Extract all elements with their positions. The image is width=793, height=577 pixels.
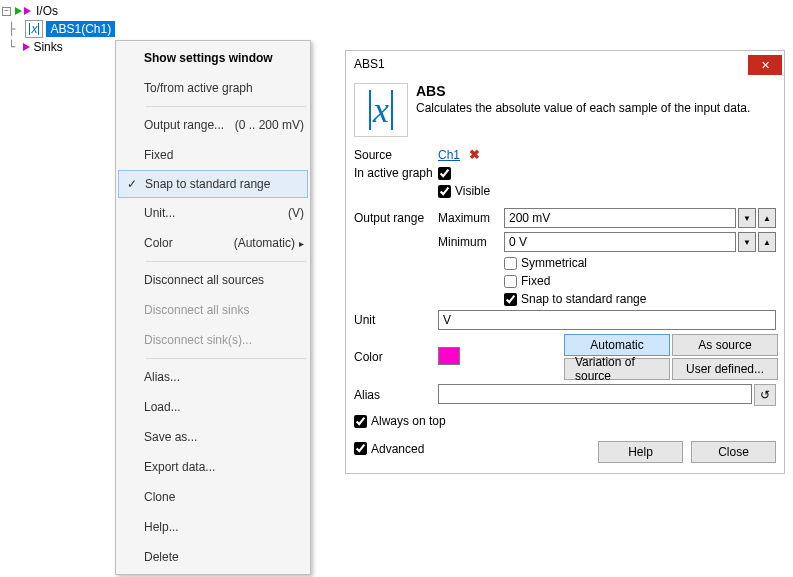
- min-up-button[interactable]: ▲: [758, 232, 776, 252]
- max-input[interactable]: [504, 208, 736, 228]
- menu-separator: [146, 106, 306, 107]
- menu-disconnect-sources[interactable]: Disconnect all sources: [118, 265, 308, 295]
- arrow-in-icon: [15, 7, 22, 15]
- tree-root-row[interactable]: − I/Os: [2, 2, 115, 20]
- remove-source-icon[interactable]: ✖: [469, 147, 480, 162]
- alias-input[interactable]: [438, 384, 752, 404]
- always-on-top-label: Always on top: [371, 414, 446, 428]
- reset-alias-button[interactable]: ↺: [754, 384, 776, 406]
- menu-delete[interactable]: Delete: [118, 542, 308, 572]
- color-swatch[interactable]: [438, 347, 460, 365]
- settings-window: ABS1 ✕ x ABS Calculates the absolute val…: [345, 50, 785, 474]
- io-tree: − I/Os ├ x ABS1(Ch1) └ Sinks: [2, 2, 115, 56]
- context-menu: Show settings window To/from active grap…: [115, 40, 311, 575]
- check-icon: [119, 177, 145, 191]
- source-label: Source: [354, 148, 434, 162]
- tree-sinks-label: Sinks: [33, 40, 62, 54]
- min-label: Minimum: [438, 235, 500, 249]
- tree-root-label: I/Os: [36, 4, 58, 18]
- menu-save-as[interactable]: Save as...: [118, 422, 308, 452]
- output-range-label: Output range: [354, 211, 434, 225]
- min-input[interactable]: [504, 232, 736, 252]
- menu-fixed[interactable]: Fixed: [118, 140, 308, 170]
- reset-icon: ↺: [760, 388, 770, 402]
- symmetrical-checkbox[interactable]: [504, 257, 517, 270]
- help-button[interactable]: Help: [598, 441, 683, 463]
- min-down-button[interactable]: ▼: [738, 232, 756, 252]
- tree-line-icon: ├: [8, 22, 22, 36]
- tree-abs-row[interactable]: ├ x ABS1(Ch1): [2, 20, 115, 38]
- source-link[interactable]: Ch1: [438, 148, 460, 162]
- unit-label: Unit: [354, 313, 434, 327]
- abs-node-icon: x: [25, 20, 43, 38]
- header-desc: Calculates the absolute value of each sa…: [416, 101, 750, 115]
- menu-alias[interactable]: Alias...: [118, 362, 308, 392]
- menu-disconnect-sinks: Disconnect all sinks: [118, 295, 308, 325]
- tree-line-icon: └: [8, 40, 22, 54]
- menu-output-range[interactable]: Output range...(0 .. 200 mV): [118, 110, 308, 140]
- header: x ABS Calculates the absolute value of e…: [354, 83, 776, 137]
- menu-clone[interactable]: Clone: [118, 482, 308, 512]
- menu-separator: [146, 261, 306, 262]
- arrow-out-icon: [23, 43, 30, 51]
- menu-separator: [146, 358, 306, 359]
- in-active-graph-checkbox[interactable]: [438, 167, 451, 180]
- menu-export-data[interactable]: Export data...: [118, 452, 308, 482]
- advanced-label: Advanced: [371, 442, 424, 456]
- fixed-checkbox[interactable]: [504, 275, 517, 288]
- window-title: ABS1: [346, 57, 748, 71]
- menu-snap[interactable]: Snap to standard range: [118, 170, 308, 198]
- menu-color[interactable]: Color(Automatic): [118, 228, 308, 258]
- variation-button[interactable]: Variation of source: [564, 358, 670, 380]
- max-label: Maximum: [438, 211, 500, 225]
- header-title: ABS: [416, 83, 750, 99]
- as-source-button[interactable]: As source: [672, 334, 778, 356]
- menu-load[interactable]: Load...: [118, 392, 308, 422]
- max-down-button[interactable]: ▼: [738, 208, 756, 228]
- user-defined-button[interactable]: User defined...: [672, 358, 778, 380]
- tree-sinks-row[interactable]: └ Sinks: [2, 38, 115, 56]
- unit-input[interactable]: [438, 310, 776, 330]
- color-label: Color: [354, 350, 434, 364]
- alias-label: Alias: [354, 388, 434, 402]
- visible-label: Visible: [455, 184, 490, 198]
- snap-label: Snap to standard range: [521, 292, 646, 306]
- snap-checkbox[interactable]: [504, 293, 517, 306]
- always-on-top-checkbox[interactable]: [354, 415, 367, 428]
- advanced-checkbox[interactable]: [354, 442, 367, 455]
- menu-unit[interactable]: Unit...(V): [118, 198, 308, 228]
- symmetrical-label: Symmetrical: [521, 256, 587, 270]
- close-icon[interactable]: ✕: [748, 55, 782, 75]
- arrow-out-icon: [24, 7, 31, 15]
- tree-abs-label: ABS1(Ch1): [46, 21, 115, 37]
- menu-help[interactable]: Help...: [118, 512, 308, 542]
- visible-checkbox[interactable]: [438, 185, 451, 198]
- in-active-graph-label: In active graph: [354, 166, 434, 180]
- collapse-icon[interactable]: −: [2, 7, 11, 16]
- close-button[interactable]: Close: [691, 441, 776, 463]
- automatic-button[interactable]: Automatic: [564, 334, 670, 356]
- menu-to-from-graph[interactable]: To/from active graph: [118, 73, 308, 103]
- max-up-button[interactable]: ▲: [758, 208, 776, 228]
- menu-show-settings[interactable]: Show settings window: [118, 43, 308, 73]
- menu-disconnect-sink: Disconnect sink(s)...: [118, 325, 308, 355]
- abs-big-icon: x: [354, 83, 408, 137]
- fixed-label: Fixed: [521, 274, 550, 288]
- submenu-arrow-icon: [295, 236, 304, 250]
- titlebar[interactable]: ABS1 ✕: [346, 51, 784, 77]
